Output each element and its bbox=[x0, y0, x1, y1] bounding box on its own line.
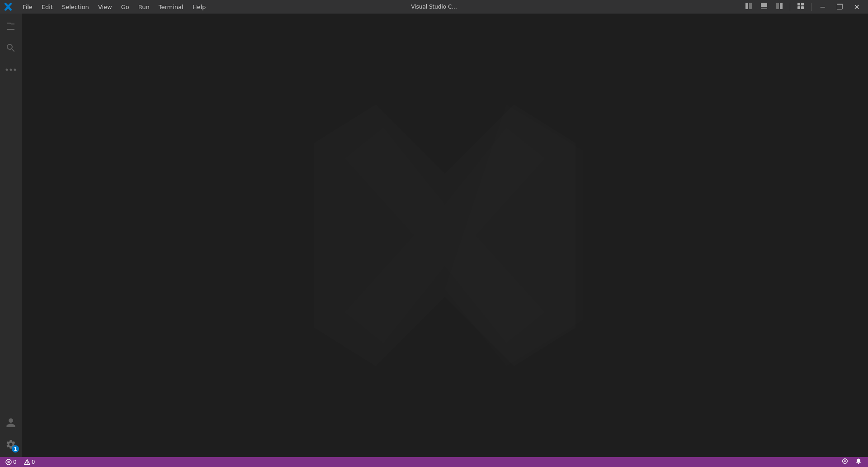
svg-point-10 bbox=[6, 69, 8, 71]
close-button[interactable]: ✕ bbox=[849, 1, 864, 13]
toggle-panel-icon[interactable] bbox=[757, 0, 771, 14]
minimize-button[interactable]: − bbox=[815, 1, 830, 13]
sidebar-item-account[interactable] bbox=[0, 412, 22, 434]
menu-selection[interactable]: Selection bbox=[57, 2, 94, 12]
bell-icon bbox=[855, 457, 862, 465]
menu-terminal[interactable]: Terminal bbox=[154, 2, 188, 12]
error-count: 0 bbox=[13, 459, 17, 465]
svg-point-12 bbox=[14, 69, 16, 71]
sidebar-item-explorer[interactable] bbox=[0, 15, 22, 37]
svg-rect-2 bbox=[761, 3, 767, 7]
svg-rect-3 bbox=[761, 8, 767, 9]
menu-edit[interactable]: Edit bbox=[37, 2, 57, 12]
customize-layout-icon[interactable] bbox=[794, 0, 807, 14]
editor-area bbox=[22, 14, 868, 457]
svg-rect-1 bbox=[749, 3, 752, 9]
sidebar-item-more[interactable] bbox=[0, 59, 22, 81]
status-errors[interactable]: 0 bbox=[4, 459, 19, 465]
toggle-sidebar-right-icon[interactable] bbox=[773, 0, 786, 14]
main-area: 1 bbox=[0, 14, 868, 457]
vscode-watermark-icon bbox=[291, 81, 599, 389]
restore-button[interactable]: ❐ bbox=[832, 1, 847, 13]
svg-rect-6 bbox=[797, 3, 800, 5]
svg-rect-5 bbox=[780, 3, 783, 9]
settings-badge: 1 bbox=[12, 445, 19, 453]
title-bar: File Edit Selection View Go Run Terminal… bbox=[0, 0, 868, 14]
notifications-icon[interactable] bbox=[853, 457, 864, 467]
warning-icon bbox=[24, 459, 30, 465]
status-warnings[interactable]: 0 bbox=[22, 459, 37, 465]
activity-bar: 1 bbox=[0, 14, 22, 457]
menu-view[interactable]: View bbox=[94, 2, 117, 12]
menu-file[interactable]: File bbox=[18, 2, 37, 12]
svg-rect-9 bbox=[801, 6, 804, 9]
svg-rect-7 bbox=[801, 3, 804, 5]
svg-point-17 bbox=[27, 463, 28, 464]
sidebar-item-settings[interactable]: 1 bbox=[0, 434, 22, 455]
error-icon bbox=[5, 459, 12, 465]
svg-rect-8 bbox=[797, 6, 800, 9]
svg-point-11 bbox=[10, 69, 12, 71]
menu-bar: File Edit Selection View Go Run Terminal… bbox=[18, 2, 736, 12]
status-bar: 0 0 bbox=[0, 457, 868, 467]
window-title: Visual Studio C... bbox=[411, 4, 457, 10]
menu-run[interactable]: Run bbox=[134, 2, 154, 12]
vscode-logo-icon bbox=[4, 2, 13, 11]
status-left: 0 0 bbox=[4, 459, 839, 465]
separator2 bbox=[811, 3, 811, 11]
menu-go[interactable]: Go bbox=[117, 2, 134, 12]
svg-rect-4 bbox=[776, 3, 779, 9]
toggle-sidebar-icon[interactable] bbox=[742, 0, 755, 14]
svg-point-18 bbox=[844, 461, 846, 462]
svg-rect-0 bbox=[745, 3, 748, 9]
window-controls: − ❐ ✕ bbox=[742, 0, 864, 14]
menu-help[interactable]: Help bbox=[188, 2, 211, 12]
remote-icon[interactable] bbox=[839, 457, 851, 467]
status-right bbox=[839, 457, 864, 467]
separator bbox=[790, 3, 790, 11]
sidebar-item-search[interactable] bbox=[0, 37, 22, 59]
warning-count: 0 bbox=[32, 459, 35, 465]
